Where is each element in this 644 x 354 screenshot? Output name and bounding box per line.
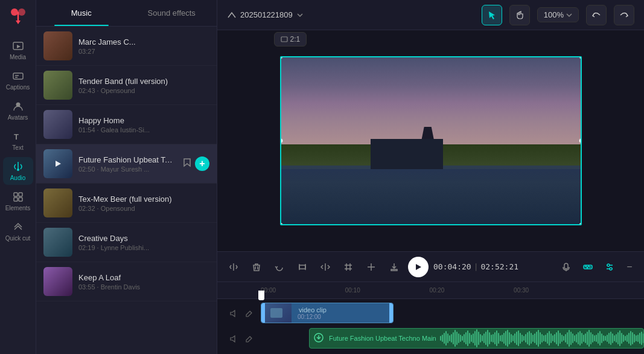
hand-tool-button[interactable] [509,5,530,25]
waveform-bar [487,330,488,347]
undo-button[interactable] [586,5,607,25]
audio-clip[interactable]: Future Fashion Upbeat Techno Main [309,328,644,349]
music-thumbnail [43,31,72,60]
waveform-bar [625,336,626,341]
waveform-bar [560,333,561,344]
waveform-bar [469,333,470,344]
svg-point-46 [610,268,612,270]
main-area: 202501221809 100% 2:1 [217,0,644,354]
music-info: Marc James C... 03:27 [78,37,209,55]
list-item[interactable]: Future Fashion Upbeat Techno... 02:50 · … [36,144,217,184]
track-volume-button[interactable] [227,307,240,320]
music-panel: Music Sound effects Marc James C... 03:2… [36,0,217,354]
list-item[interactable]: Keep A Loaf 03:55 · Brentin Davis [36,262,217,301]
play-button[interactable] [408,257,429,277]
waveform-bars [440,329,643,348]
chevron-down-icon [296,11,304,19]
treeline [371,139,443,169]
waveform-bar [594,335,595,341]
waveform-bar [583,335,584,342]
clip-handle-right[interactable] [389,303,393,323]
waveform-bar [567,332,568,344]
trim-button[interactable] [293,258,311,276]
mirror-button[interactable] [316,258,334,276]
svg-point-0 [11,8,18,16]
waveform-bar [456,332,457,345]
tab-sound-effects[interactable]: Sound effects [127,0,217,26]
waveform-bar [445,331,447,346]
track-audio-edit-button[interactable] [243,332,256,346]
waveform-bar [550,333,552,343]
music-actions: + [183,156,209,171]
rotate-button[interactable] [270,258,289,276]
music-title: Creative Days [78,234,209,243]
adjust-button[interactable] [601,258,619,276]
mic-button[interactable] [557,258,575,276]
time-display: 00:04:20 | 02:52:21 [433,262,518,271]
list-item[interactable]: Tex-Mex Beer (full version) 02:32 · Open… [36,184,217,223]
music-thumbnail [43,110,72,139]
audio-waveform [440,329,643,348]
music-list: Marc James C... 03:27 Tender Band (full … [36,27,217,354]
waveform-bar [478,332,479,345]
zoom-control[interactable]: 100% [537,7,579,22]
freeze-button[interactable] [362,258,380,276]
music-info: Tex-Mex Beer (full version) 02:32 · Open… [78,195,209,212]
list-item[interactable]: Tender Band (full version) 02:43 · Opens… [36,66,217,105]
app-logo[interactable] [7,5,29,27]
svg-marker-16 [56,161,61,167]
add-to-timeline-button[interactable]: + [195,156,209,171]
redo-button[interactable] [614,5,634,25]
sidebar-item-quick-cut[interactable]: Quick cut [3,217,33,245]
sidebar-item-captions[interactable]: Captions [3,66,33,94]
waveform-bar [473,333,474,343]
bookmark-icon[interactable] [183,158,191,170]
sidebar-item-elements[interactable]: Elements [3,187,33,215]
zoom-out-button[interactable]: − [622,260,637,274]
video-clip-time: 00:12:00 [295,314,389,320]
sidebar-item-audio[interactable]: Audio [3,157,33,185]
list-item[interactable]: Marc James C... 03:27 [36,27,217,66]
split-button[interactable] [225,258,243,276]
svg-rect-40 [564,263,568,269]
waveform-bar [531,333,532,344]
aspect-ratio-badge[interactable]: 2:1 [274,32,307,47]
export-button[interactable] [385,258,403,276]
waveform-bar [444,333,445,344]
waveform-bar [536,332,537,345]
waveform-bar [617,332,619,344]
track-audio-volume-button[interactable] [227,332,240,346]
project-name[interactable]: 202501221809 [227,10,304,20]
list-item[interactable]: Creative Days 02:19 · Lynne Publishi... [36,223,217,262]
video-clip[interactable]: video clip 00:12:00 [261,303,394,323]
video-clip-thumbnail [261,303,292,323]
audio-track-button[interactable] [579,258,597,276]
waveform-bar [588,330,590,347]
sidebar-item-media[interactable]: Media [3,36,33,64]
select-tool-button[interactable] [482,5,502,25]
music-title: Future Fashion Upbeat Techno... [78,155,177,164]
tab-music[interactable]: Music [36,0,127,26]
waveform-bar [464,334,465,343]
svg-rect-12 [14,193,18,196]
waveform-bar [554,334,555,343]
list-item[interactable]: Happy Home 01:54 · Galea Iustin-Si... [36,105,217,144]
waveform-bar [474,331,476,346]
crop-timeline-button[interactable] [339,258,357,276]
video-scene [281,57,581,224]
sidebar: Media Captions Avatars T Text Audio Elem… [0,0,36,354]
clip-handle-left[interactable] [261,303,265,323]
sidebar-item-avatars[interactable]: Avatars [3,97,33,124]
audio-track-content: Future Fashion Upbeat Techno Main [261,328,644,350]
music-meta: 03:55 · Brentin Davis [78,283,209,291]
waveform-bar [639,333,640,344]
video-track: video clip 00:12:00 [217,301,644,326]
track-controls-video [217,307,261,320]
music-info: Tender Band (full version) 02:43 · Opens… [78,77,209,94]
svg-marker-39 [416,264,421,270]
track-edit-button[interactable] [243,307,256,320]
sidebar-item-text[interactable]: T Text [3,127,33,155]
audio-clip-icon [313,332,325,344]
music-title: Tender Band (full version) [78,77,209,86]
delete-button[interactable] [247,258,266,276]
